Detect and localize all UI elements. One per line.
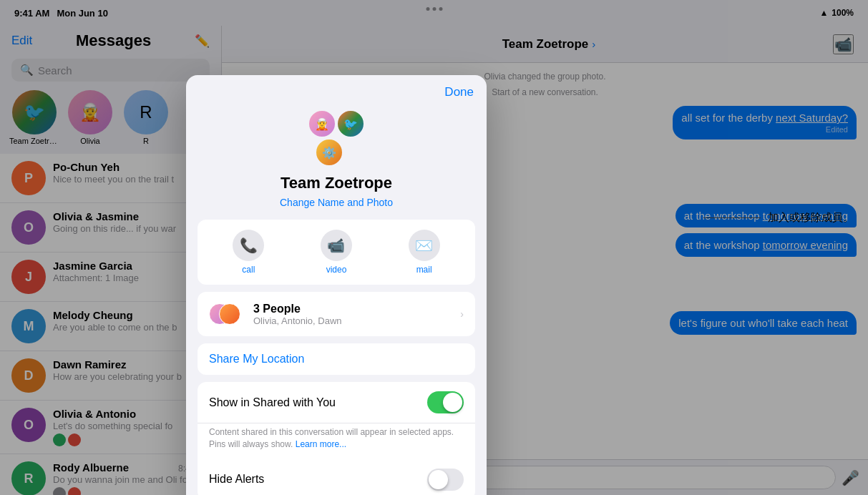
change-name-photo-link[interactable]: Change Name and Photo [280, 197, 393, 208]
people-avatar-2 [219, 303, 240, 325]
toggle-section: Show in Shared with You Content shared i… [198, 382, 475, 495]
call-label: call [242, 265, 255, 275]
toggle-knob-2 [429, 470, 448, 489]
chevron-icon: › [460, 308, 464, 320]
mail-label: mail [416, 265, 432, 275]
toggle-knob [443, 393, 462, 412]
people-section: 3 People Olivia, Antonio, Dawn › [198, 292, 475, 336]
people-avatars [209, 301, 245, 327]
annotation: 加入或移除成員。 [703, 211, 854, 225]
show-shared-label: Show in Shared with You [209, 396, 427, 409]
show-shared-toggle[interactable] [427, 391, 464, 413]
done-button[interactable]: Done [444, 85, 474, 99]
phone-icon: 📞 [233, 230, 264, 261]
annotation-text: 加入或移除成員。 [768, 211, 854, 225]
learn-more-link[interactable]: Learn more... [296, 439, 346, 449]
show-shared-desc: Content shared in this conversation will… [198, 423, 475, 459]
modal-group-info: 🧝 🐦 ⚙️ Team Zoetrope Change Name and Pho… [186, 102, 487, 220]
annotation-line [703, 217, 761, 218]
group-avatar-3: ⚙️ [315, 138, 343, 167]
video-label: video [326, 265, 347, 275]
share-location-section: Share My Location [198, 343, 475, 375]
share-location-label: Share My Location [209, 353, 304, 366]
call-button[interactable]: 📞 call [233, 230, 264, 275]
group-avatar-2: 🐦 [336, 109, 365, 138]
mail-icon: ✉️ [409, 230, 440, 261]
group-info-modal: Done 🧝 🐦 ⚙️ Team Zoetrope Change Name an… [186, 75, 487, 495]
video-button[interactable]: 📹 video [321, 230, 352, 275]
hide-alerts-toggle[interactable] [427, 469, 464, 491]
people-row[interactable]: 3 People Olivia, Antonio, Dawn › [198, 292, 475, 336]
mail-button[interactable]: ✉️ mail [409, 230, 440, 275]
hide-alerts-row: Hide Alerts [198, 459, 475, 495]
modal-actions: 📞 call 📹 video ✉️ mail [198, 220, 475, 285]
group-name: Team Zoetrope [281, 174, 392, 192]
show-shared-row: Show in Shared with You [198, 382, 475, 423]
ipad-frame: 9:41 AM Mon Jun 10 ▲ 100% Edit Messages … [0, 0, 868, 495]
group-avatar-1: 🧝 [308, 109, 336, 138]
video-icon: 📹 [321, 230, 352, 261]
people-members: Olivia, Antonio, Dawn [253, 315, 452, 326]
share-location-row[interactable]: Share My Location [198, 343, 475, 375]
modal-done-row: Done [186, 75, 487, 102]
hide-alerts-label: Hide Alerts [209, 473, 427, 486]
group-avatars: 🧝 🐦 ⚙️ [308, 109, 365, 167]
people-count: 3 People [253, 303, 452, 315]
people-row-content: 3 People Olivia, Antonio, Dawn [253, 303, 452, 326]
